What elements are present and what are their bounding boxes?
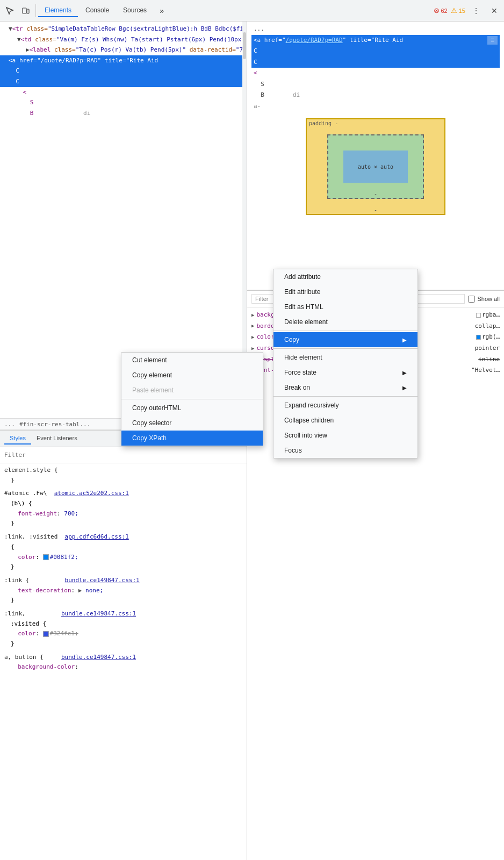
css-props: :visited { color: #324fe1; } — [4, 619, 242, 649]
selected-html-line: <a href="/quote/RAD?p=RAD" title="Rite A… — [0, 55, 247, 66]
css-file-link[interactable]: app.cdfc6d6d.css:1 — [65, 533, 129, 540]
menu-item-force-state[interactable]: Force state ▶ — [273, 365, 417, 380]
menu-item-delete-element[interactable]: Delete element — [273, 314, 417, 329]
css-file-link[interactable]: bundle.ce149847.css:1 — [61, 654, 136, 661]
expand-triangle[interactable]: ▶ — [251, 322, 254, 330]
html-line: ▶<label class="Ta(c) Pos(r) Va(tb) Pend(… — [0, 45, 247, 55]
selected-html-line-2: C — [0, 66, 247, 76]
scroll-indicator: ≡ — [487, 36, 498, 45]
filter-bar — [0, 447, 247, 463]
menu-item-copy-xpath[interactable]: Copy XPath — [121, 431, 263, 446]
collapse-triangle[interactable]: ▼ — [9, 25, 12, 32]
scrollbar-thumb[interactable] — [243, 32, 246, 59]
submenu-arrow-icon: ▶ — [402, 337, 407, 343]
css-selector: :link { bundle.ce149847.css:1 — [4, 576, 140, 586]
tab-event-listeners[interactable]: Event Listeners — [31, 433, 83, 445]
css-prop-row: :visited { — [11, 619, 242, 629]
html-line: B di — [0, 108, 247, 119]
submenu-arrow-icon: ▶ — [402, 385, 407, 391]
menu-item-copy-outerhtml[interactable]: Copy outerHTML — [121, 400, 263, 415]
menu-divider — [273, 331, 417, 331]
submenu-arrow-icon: ▶ — [402, 370, 407, 376]
menu-item-copy-selector[interactable]: Copy selector — [121, 415, 263, 431]
warn-badge: ⚠ 15 — [451, 6, 465, 15]
selected-row-2: C — [251, 46, 500, 57]
expand-triangle[interactable]: ▶ — [251, 333, 254, 341]
css-prop-row: font-weight: 700; — [11, 509, 242, 519]
css-rules: element.style { } #atomic .Fw\ atomic.ac… — [0, 463, 247, 860]
expand-triangle[interactable]: ▶ — [251, 311, 254, 319]
secondary-context-menu: Add attribute Edit attribute Edit as HTM… — [273, 269, 418, 458]
error-badge: ⊗ 62 — [434, 6, 448, 15]
more-tabs-btn[interactable]: » — [154, 3, 169, 18]
html-line: < — [251, 68, 500, 79]
tab-console[interactable]: Console — [79, 4, 116, 17]
css-file-link[interactable]: atomic.ac52e202.css:1 — [54, 490, 129, 497]
menu-item-copy[interactable]: Copy ▶ — [273, 332, 417, 347]
css-prop-row: (b\) { — [11, 499, 242, 509]
css-props: { color: #0081f2; } — [4, 542, 242, 572]
menu-divider — [273, 396, 417, 397]
css-selector: a, button { bundle.ce149847.css:1 — [4, 653, 136, 663]
menu-item-collapse-children[interactable]: Collapse children — [273, 413, 417, 428]
menu-item-scroll-into-view[interactable]: Scroll into view — [273, 428, 417, 443]
css-prop-row: text-decoration: ▶ none; — [11, 586, 242, 596]
color-swatch-blue — [476, 335, 481, 340]
menu-item-hide-element[interactable]: Hide element — [273, 350, 417, 365]
menu-item-focus[interactable]: Focus — [273, 443, 417, 458]
css-prop-row: } — [11, 519, 242, 529]
device-toggle-btn[interactable] — [18, 3, 33, 18]
tab-elements[interactable]: Elements — [38, 4, 78, 17]
svg-rect-0 — [23, 8, 26, 13]
tab-sources[interactable]: Sources — [117, 4, 153, 17]
css-selector: #atomic .Fw\ atomic.ac52e202.css:1 — [4, 489, 129, 499]
collapse-triangle[interactable]: ▼ — [17, 36, 21, 43]
menu-item-copy-element[interactable]: Copy element — [121, 368, 263, 383]
menu-item-add-attribute[interactable]: Add attribute — [273, 269, 417, 284]
css-rule-element-style: element.style { } — [4, 465, 242, 485]
css-props: (b\) { font-weight: 700; } — [4, 499, 242, 529]
box-dash1: - — [374, 191, 377, 197]
menu-item-edit-as-html[interactable]: Edit as HTML — [273, 299, 417, 314]
css-file-link[interactable]: bundle.ce149847.css:1 — [61, 610, 136, 617]
show-all-checkbox[interactable] — [468, 296, 475, 303]
css-props: text-decoration: ▶ none; } — [4, 586, 242, 606]
menu-item-cut-element[interactable]: Cut element — [121, 353, 263, 368]
css-prop-row: background-color: — [11, 662, 242, 672]
more-options-btn[interactable]: ⋮ — [469, 3, 484, 18]
css-rule-link-visited: :link, :visited app.cdfc6d6d.css:1 { col… — [4, 532, 242, 572]
css-file-link[interactable]: bundle.ce149847.css:1 — [65, 577, 140, 584]
css-rule-link: :link { bundle.ce149847.css:1 text-decor… — [4, 576, 242, 606]
tab-styles[interactable]: Styles — [4, 433, 31, 445]
menu-item-edit-attribute[interactable]: Edit attribute — [273, 284, 417, 299]
html-line: ▼<tr class="SimpleDataTableRow Bgc($extr… — [0, 24, 247, 34]
css-props: } — [4, 476, 242, 486]
html-line: ... — [251, 24, 500, 35]
box-dash2: - — [374, 207, 377, 213]
color-swatch — [476, 313, 481, 318]
html-line: S — [251, 79, 500, 90]
menu-item-break-on[interactable]: Break on ▶ — [273, 380, 417, 395]
menu-divider — [273, 348, 417, 349]
box-content: auto × auto — [343, 150, 408, 183]
right-panel-top: ... <a href="/quote/RAD?p=RAD" title="Ri… — [247, 22, 504, 290]
css-prop-row: color: #0081f2; — [11, 553, 242, 563]
expand-triangle[interactable]: ▶ — [251, 345, 254, 353]
menu-item-expand-recursively[interactable]: Expand recursively — [273, 398, 417, 413]
selected-html-line-3: C — [0, 76, 247, 87]
css-props: background-color: — [4, 662, 242, 672]
html-line: a- — [251, 101, 500, 112]
error-icon: ⊗ — [434, 6, 440, 15]
css-selector: :link, bundle.ce149847.css:1 — [4, 609, 136, 619]
close-btn[interactable]: ✕ — [487, 3, 502, 18]
filter-input[interactable] — [4, 452, 242, 458]
ellipsis-dots: ... — [4, 421, 15, 428]
expand-triangle[interactable]: ▶ — [26, 46, 30, 53]
selected-row: <a href="/quote/RAD?p=RAD" title="Rite A… — [251, 35, 500, 46]
html-line: B di — [251, 90, 500, 101]
box-padding-label: padding - — [309, 120, 338, 126]
selected-row-3: C — [251, 57, 500, 68]
box-model: padding - auto × auto - - — [247, 114, 504, 219]
html-line: ▼<td class="Va(m) Fz(s) Whs(nw) Ta(start… — [0, 34, 247, 45]
inspect-icon-btn[interactable] — [2, 3, 17, 18]
